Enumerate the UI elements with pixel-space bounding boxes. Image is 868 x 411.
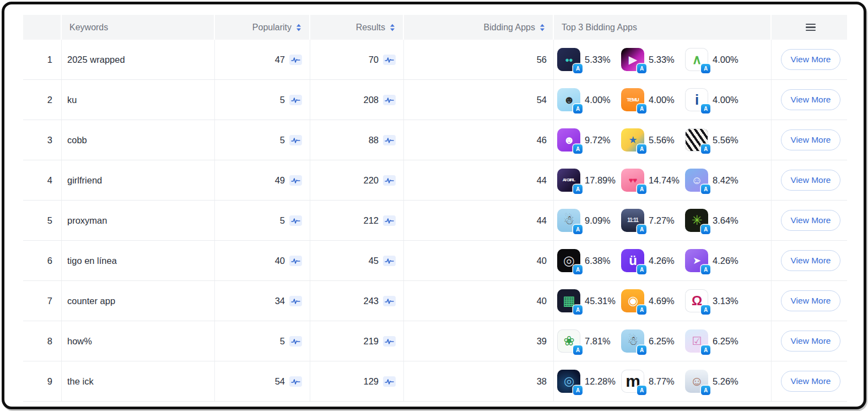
bidding-app[interactable]: ☻ A 9.72% xyxy=(557,128,619,152)
bidding-app[interactable]: ☺ A 5.26% xyxy=(685,370,747,393)
popularity-cell: 40 xyxy=(215,241,310,280)
pastel-checklist-app-icon[interactable]: ☑ A xyxy=(685,329,708,353)
sparkline-trend-icon[interactable] xyxy=(289,336,302,347)
sparkline-trend-icon[interactable] xyxy=(383,256,396,266)
bidding-app[interactable]: ▶ A 5.33% xyxy=(621,48,683,71)
penguin-beanie-app-icon[interactable]: ☃ A xyxy=(621,329,644,353)
green-shutter-app-icon[interactable]: ✳ A xyxy=(685,209,708,232)
bidding-app[interactable]: ☻ A 4.00% xyxy=(557,88,619,111)
top3-apps: AI GIRL A 17.89% ♥♥ A 14.74% ☺ A 8.42% xyxy=(554,160,772,200)
bidding-app[interactable]: A 5.56% xyxy=(685,128,747,152)
sparkline-trend-icon[interactable] xyxy=(289,296,302,306)
sparkline-trend-icon[interactable] xyxy=(383,296,396,306)
bidding-app[interactable]: 11:11 A 7.27% xyxy=(621,209,683,232)
bidding-app[interactable]: ☃ A 6.25% xyxy=(621,329,683,353)
view-more-button[interactable]: View More xyxy=(781,89,841,110)
sparkline-trend-icon[interactable] xyxy=(289,215,302,226)
view-more-button[interactable]: View More xyxy=(781,371,841,392)
green-brain-app-icon[interactable]: ❀ A xyxy=(557,329,580,353)
bidding-app[interactable]: ★ A 5.56% xyxy=(621,128,683,152)
orange-scale-app-icon[interactable]: ◉ A xyxy=(621,289,644,312)
cartoon-sports-app-icon[interactable]: ★ A xyxy=(621,128,644,152)
bidding-app[interactable]: ●● A 5.33% xyxy=(557,48,619,71)
app-store-badge-icon: A xyxy=(701,144,710,154)
temu-app-icon[interactable]: TEMU A xyxy=(621,88,644,111)
view-more-button[interactable]: View More xyxy=(781,170,841,191)
green-dot-grid-app-icon[interactable]: ▦ A xyxy=(557,289,580,312)
view-more-button[interactable]: View More xyxy=(781,129,841,150)
sparkline-trend-icon[interactable] xyxy=(383,376,396,387)
sparkline-trend-icon[interactable] xyxy=(383,135,396,145)
sort-icon[interactable] xyxy=(540,24,545,31)
bidding-app[interactable]: ü A 4.26% xyxy=(621,249,683,272)
table-header-row: Keywords Popularity Results Bidding Apps… xyxy=(23,15,847,40)
eleven-eleven-app-icon[interactable]: 11:11 A xyxy=(621,209,644,232)
bidding-app[interactable]: ☑ A 6.25% xyxy=(685,329,747,353)
bidding-app[interactable]: ✳ A 3.64% xyxy=(685,209,747,232)
bidding-app[interactable]: ▦ A 45.31% xyxy=(557,289,619,312)
paper-plane-app-icon[interactable]: ➤ A xyxy=(685,249,708,272)
header-index xyxy=(23,15,62,40)
bidding-app[interactable]: m A 8.77% xyxy=(621,370,683,393)
app-glyph: ▦ xyxy=(563,294,575,307)
header-popularity[interactable]: Popularity xyxy=(215,15,310,40)
sparkline-trend-icon[interactable] xyxy=(383,55,396,65)
view-more-button[interactable]: View More xyxy=(781,210,841,231)
crimson-ring-app-icon[interactable]: Ω A xyxy=(685,289,708,312)
purple-smiley-app-icon[interactable]: ü A xyxy=(621,249,644,272)
bidding-app[interactable]: ♥♥ A 14.74% xyxy=(621,169,683,192)
sparkline-trend-icon[interactable] xyxy=(289,135,302,145)
woman-portrait-app-icon[interactable]: ☺ A xyxy=(685,370,708,393)
sparkline-trend-icon[interactable] xyxy=(383,336,396,347)
app-bid-percentage: 6.25% xyxy=(713,336,738,347)
hamburger-menu-icon[interactable] xyxy=(806,24,816,31)
bidding-app[interactable]: TEMU A 4.00% xyxy=(621,88,683,111)
bidding-app[interactable]: ◎ A 12.28% xyxy=(557,370,619,393)
view-more-button[interactable]: View More xyxy=(781,290,841,311)
sort-icon[interactable] xyxy=(296,24,301,31)
panda-abc-app-icon[interactable]: ☻ A xyxy=(557,88,580,111)
open-book-app-icon[interactable]: ∧ A xyxy=(685,48,708,71)
sparkline-trend-icon[interactable] xyxy=(289,95,302,105)
bidding-app[interactable]: ☺ A 8.42% xyxy=(685,169,747,192)
sparkline-trend-icon[interactable] xyxy=(289,175,302,186)
sparkline-trend-icon[interactable] xyxy=(383,215,396,226)
bidding-app[interactable]: ➤ A 4.26% xyxy=(685,249,747,272)
couple-hearts-app-icon[interactable]: ♥♥ A xyxy=(621,169,644,192)
bidding-app[interactable]: ◉ A 4.69% xyxy=(621,289,683,312)
play-triangle-app-icon[interactable]: ▶ A xyxy=(621,48,644,71)
app-store-badge-icon: A xyxy=(701,225,710,234)
bidding-app[interactable]: ∧ A 4.00% xyxy=(685,48,747,71)
blue-i-app-icon[interactable]: i A xyxy=(685,88,708,111)
letter-m-app-icon[interactable]: m A xyxy=(621,370,644,393)
sparkline-trend-icon[interactable] xyxy=(383,95,396,105)
view-more-button[interactable]: View More xyxy=(781,250,841,271)
view-more-button[interactable]: View More xyxy=(781,49,841,70)
googly-face-app-icon[interactable]: ☻ A xyxy=(557,128,580,152)
radar-space-app-icon[interactable]: ◎ A xyxy=(557,370,580,393)
bidding-app[interactable]: AI GIRL A 17.89% xyxy=(557,169,619,192)
header-results[interactable]: Results xyxy=(310,15,404,40)
bidding-app[interactable]: i A 4.00% xyxy=(685,88,747,111)
bidding-app[interactable]: ❀ A 7.81% xyxy=(557,329,619,353)
sparkline-trend-icon[interactable] xyxy=(383,175,396,186)
sparkline-trend-icon[interactable] xyxy=(289,55,302,65)
blue-elephant-app-icon[interactable]: ☺ A xyxy=(685,169,708,192)
footprints-dark-app-icon[interactable]: ●● A xyxy=(557,48,580,71)
app-store-badge-icon: A xyxy=(637,185,646,194)
sparkline-trend-icon[interactable] xyxy=(289,376,302,387)
view-more-button[interactable]: View More xyxy=(781,331,841,351)
bidding-app[interactable]: Ω A 3.13% xyxy=(685,289,747,312)
header-bidding-apps[interactable]: Bidding Apps xyxy=(404,15,554,40)
sparkline-trend-icon[interactable] xyxy=(289,256,302,266)
ai-girl-app-icon[interactable]: AI GIRL A xyxy=(557,169,580,192)
sort-icon[interactable] xyxy=(390,24,395,31)
bidding-app[interactable]: ☃ A 9.09% xyxy=(557,209,619,232)
penguin-beanie-app-icon[interactable]: ☃ A xyxy=(557,209,580,232)
black-circle-logo-app-icon[interactable]: ◎ A xyxy=(557,249,580,272)
popularity-cell: 5 xyxy=(215,80,310,120)
bidding-app[interactable]: ◎ A 6.38% xyxy=(557,249,619,272)
view-more-cell: View More xyxy=(772,201,850,240)
zebra-pattern-app-icon[interactable]: A xyxy=(685,128,708,152)
bidding-apps-cell: 38 xyxy=(404,361,554,401)
